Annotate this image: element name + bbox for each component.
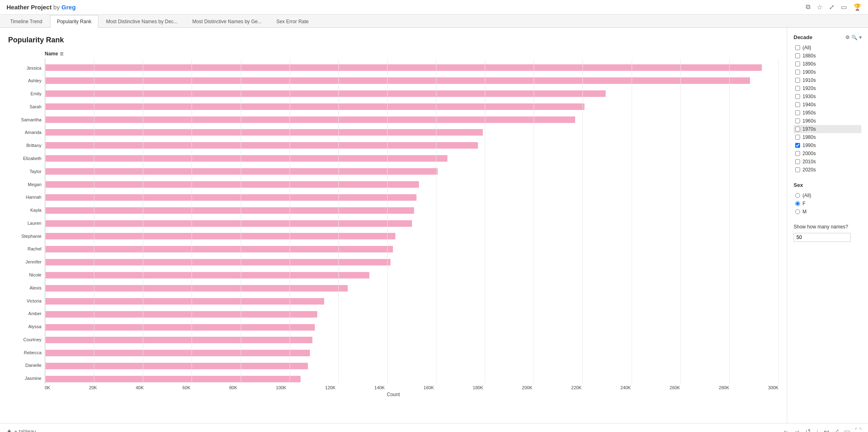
decade-item[interactable]: 1890s (794, 60, 861, 68)
bar[interactable] (45, 129, 483, 136)
share-icon[interactable]: ⤢ (829, 3, 834, 11)
bar[interactable] (45, 207, 414, 214)
bar[interactable] (45, 64, 762, 71)
filter-tool-icon[interactable]: ⚙ (845, 35, 850, 40)
decade-checkbox[interactable] (795, 143, 800, 148)
decade-item[interactable]: 1960s (794, 117, 861, 125)
decade-checkbox[interactable] (795, 78, 800, 83)
decade-checkbox[interactable] (795, 70, 800, 75)
bar[interactable] (45, 103, 584, 110)
show-names-input[interactable] (794, 233, 851, 242)
sex-item[interactable]: F (794, 200, 861, 208)
bar[interactable] (45, 285, 348, 292)
bar[interactable] (45, 142, 478, 149)
decade-item[interactable]: 1990s (794, 141, 861, 149)
bar[interactable] (45, 155, 447, 162)
tab-distinctive-dec[interactable]: Most Distinctive Names by Dec... (99, 15, 185, 28)
bar[interactable] (45, 376, 301, 382)
decade-item[interactable]: 1970s (794, 125, 861, 133)
bar[interactable] (45, 246, 393, 252)
bar[interactable] (45, 168, 438, 175)
decade-item-label: 1940s (803, 102, 816, 107)
search-filter-icon[interactable]: 🔍 (851, 35, 857, 40)
bar[interactable] (45, 337, 312, 343)
decade-item[interactable]: 2020s (794, 166, 861, 174)
y-axis: JessicaAshleyEmilySarahSamanthaAmandaBri… (8, 59, 45, 384)
decade-checkbox[interactable] (795, 45, 800, 50)
filter-icon[interactable]: ☰ (60, 52, 63, 56)
decade-item[interactable]: (All) (794, 44, 861, 52)
decade-item[interactable]: 1930s (794, 92, 861, 101)
tab-distinctive-ge[interactable]: Most Distinctive Names by Ge... (185, 15, 269, 28)
present-icon[interactable]: ▭ (841, 3, 847, 11)
decade-item[interactable]: 2010s (794, 158, 861, 166)
x-axis-label: 100K (276, 385, 286, 390)
bar[interactable] (45, 220, 412, 227)
decade-item[interactable]: 1880s (794, 52, 861, 60)
x-axis-label: 280K (719, 385, 729, 390)
decade-checkbox[interactable] (795, 61, 800, 66)
decade-item[interactable]: 1900s (794, 68, 861, 76)
undo-nav-icon[interactable]: ↺ (805, 428, 811, 432)
sex-item[interactable]: M (794, 208, 861, 216)
user-icon[interactable]: 🏆 (853, 3, 861, 11)
decade-item[interactable]: 1950s (794, 109, 861, 117)
sex-radio[interactable] (795, 209, 800, 214)
bar[interactable] (45, 194, 417, 201)
decade-checkbox[interactable] (795, 53, 800, 58)
tab-sex-error-rate[interactable]: Sex Error Rate (269, 15, 315, 28)
bar[interactable] (45, 272, 369, 278)
decade-checkbox[interactable] (795, 86, 800, 91)
sex-radio[interactable] (795, 193, 800, 198)
bar[interactable] (45, 363, 308, 369)
bar[interactable] (45, 233, 395, 239)
bar-row (45, 245, 779, 254)
bar[interactable] (45, 311, 317, 318)
left-nav-icon[interactable]: ↤ (824, 428, 829, 432)
decade-checkbox[interactable] (795, 159, 800, 164)
sex-item[interactable]: (All) (794, 191, 861, 200)
decade-checkbox[interactable] (795, 118, 800, 123)
present-footer-icon[interactable]: ▭ (844, 428, 850, 432)
decade-item[interactable]: 1910s (794, 76, 861, 84)
bar[interactable] (45, 77, 750, 84)
decade-item[interactable]: 1980s (794, 133, 861, 141)
fullscreen-footer-icon[interactable]: ⛶ (855, 428, 861, 432)
decade-checkbox[interactable] (795, 94, 800, 99)
share-footer-icon[interactable]: ⤢ (834, 428, 839, 432)
copy-icon[interactable]: ⧉ (806, 3, 810, 11)
bar[interactable] (45, 181, 419, 188)
decade-item[interactable]: 1940s (794, 101, 861, 109)
tab-popularity-rank[interactable]: Popularity Rank (50, 15, 98, 28)
sex-list: (All)FM (794, 191, 861, 216)
sex-item-label: (All) (803, 193, 811, 198)
bar[interactable] (45, 116, 575, 123)
down-nav-icon[interactable]: ↓ (816, 428, 819, 432)
sex-radio[interactable] (795, 201, 800, 206)
decade-checkbox[interactable] (795, 135, 800, 140)
star-icon[interactable]: ☆ (817, 3, 822, 11)
y-axis-label: Brittany (8, 141, 41, 151)
forward-nav-icon[interactable]: → (794, 428, 800, 432)
decade-item[interactable]: 1920s (794, 84, 861, 92)
tab-timeline-trend[interactable]: Timeline Trend (3, 15, 49, 28)
bar[interactable] (45, 259, 390, 265)
decade-checkbox[interactable] (795, 127, 800, 132)
bar-chart: Name ☰ JessicaAshleyEmilySarahSamanthaAm… (8, 51, 779, 397)
y-axis-label: Sarah (8, 102, 41, 112)
bar[interactable] (45, 350, 310, 356)
decade-checkbox[interactable] (795, 110, 800, 115)
main-content: Popularity Rank Name ☰ JessicaAshleyEmil… (0, 28, 868, 423)
decade-checkbox[interactable] (795, 102, 800, 107)
dropdown-icon[interactable]: ▾ (859, 35, 861, 40)
author-link[interactable]: Greg (61, 4, 76, 11)
back-nav-icon[interactable]: ← (783, 428, 789, 432)
bar[interactable] (45, 324, 315, 331)
decade-item[interactable]: 2000s (794, 149, 861, 158)
decade-checkbox[interactable] (795, 151, 800, 156)
bars-area (45, 59, 779, 384)
bar-row (45, 154, 779, 163)
bar[interactable] (45, 298, 324, 305)
bar[interactable] (45, 90, 606, 97)
decade-checkbox[interactable] (795, 167, 800, 172)
